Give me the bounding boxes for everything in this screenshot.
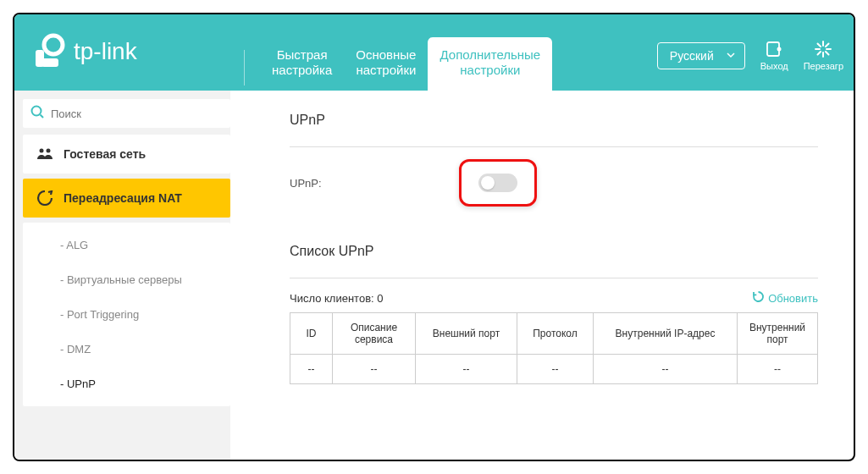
logout-button[interactable]: Выход — [760, 40, 788, 72]
refresh-button[interactable]: Обновить — [752, 290, 818, 306]
header-divider — [244, 50, 245, 85]
sidebar-sub-dmz[interactable]: - DMZ — [23, 332, 230, 367]
svg-line-14 — [41, 115, 44, 118]
reload-icon — [814, 40, 832, 58]
section-title-upnp: UPnP — [290, 113, 818, 128]
sidebar-sub-upnp[interactable]: - UPnP — [23, 367, 230, 401]
search-icon — [30, 104, 45, 123]
col-protocol: Протокол — [517, 313, 594, 355]
svg-point-4 — [777, 47, 782, 52]
tp-link-logo-icon — [30, 33, 67, 70]
col-int-port: Внутренний порт — [738, 313, 818, 355]
col-service-desc: Описание сервиса — [333, 313, 416, 355]
svg-point-15 — [40, 149, 44, 153]
sidebar-item-label: Переадресация NAT — [64, 191, 182, 205]
table-row: -- -- -- -- -- -- — [290, 355, 818, 384]
upnp-toggle[interactable] — [478, 174, 517, 192]
search-box[interactable] — [23, 99, 230, 128]
section-title-upnp-list: Список UPnP — [290, 244, 818, 259]
tab-basic-settings[interactable]: Основные настройки — [344, 37, 428, 91]
svg-line-10 — [826, 52, 829, 55]
content-area: UPnP UPnP: Список UPnP Число клиентов: 0 — [230, 91, 854, 460]
logo: tp-link — [30, 33, 137, 70]
sidebar-item-guest-network[interactable]: Гостевая сеть — [23, 135, 230, 174]
sidebar-sub-alg[interactable]: - ALG — [23, 228, 230, 262]
sidebar: Гостевая сеть Переадресация NAT - ALG - … — [14, 91, 230, 460]
svg-point-16 — [47, 149, 51, 153]
refresh-icon — [752, 290, 765, 306]
sidebar-sub-virtual-servers[interactable]: - Виртуальные серверы — [23, 262, 230, 297]
language-select[interactable]: Русский — [657, 42, 745, 69]
reload-button[interactable]: Перезагр — [804, 40, 843, 72]
svg-point-0 — [44, 36, 63, 54]
col-ext-port: Внешний порт — [416, 313, 517, 355]
tabs: Быстрая настройка Основные настройки Доп… — [260, 14, 552, 91]
logo-text: tp-link — [74, 38, 137, 65]
col-id: ID — [290, 313, 333, 355]
clients-count-text: Число клиентов: 0 — [290, 292, 384, 305]
divider — [290, 278, 818, 278]
sidebar-item-nat-forwarding[interactable]: Переадресация NAT — [23, 179, 230, 218]
col-int-ip: Внутренний IP-адрес — [594, 313, 738, 355]
upnp-toggle-label: UPnP: — [290, 177, 459, 190]
logout-icon — [765, 40, 783, 58]
header-bar: tp-link Быстрая настройка Основные настр… — [14, 14, 854, 91]
svg-point-13 — [32, 107, 41, 116]
nat-forward-icon — [36, 190, 53, 206]
guest-network-icon — [36, 146, 53, 162]
language-value: Русский — [670, 49, 714, 63]
upnp-toggle-highlight — [459, 159, 537, 207]
svg-line-11 — [826, 44, 829, 47]
divider — [290, 146, 818, 147]
chevron-down-icon — [726, 49, 736, 63]
svg-rect-2 — [41, 58, 58, 67]
search-input[interactable] — [51, 107, 224, 120]
logout-label: Выход — [760, 61, 788, 71]
refresh-label: Обновить — [768, 292, 818, 305]
tab-advanced-settings[interactable]: Дополнительные настройки — [428, 37, 552, 91]
upnp-table: ID Описание сервиса Внешний порт Протоко… — [290, 312, 818, 384]
tab-quick-setup[interactable]: Быстрая настройка — [260, 37, 344, 91]
svg-line-9 — [818, 44, 821, 47]
sidebar-subitems: - ALG - Виртуальные серверы - Port Trigg… — [23, 223, 230, 406]
reload-label: Перезагр — [804, 61, 843, 71]
svg-line-12 — [818, 52, 821, 55]
sidebar-item-label: Гостевая сеть — [64, 147, 146, 161]
toggle-knob — [481, 176, 495, 190]
table-header-row: ID Описание сервиса Внешний порт Протоко… — [290, 313, 818, 355]
sidebar-sub-port-triggering[interactable]: - Port Triggering — [23, 297, 230, 332]
